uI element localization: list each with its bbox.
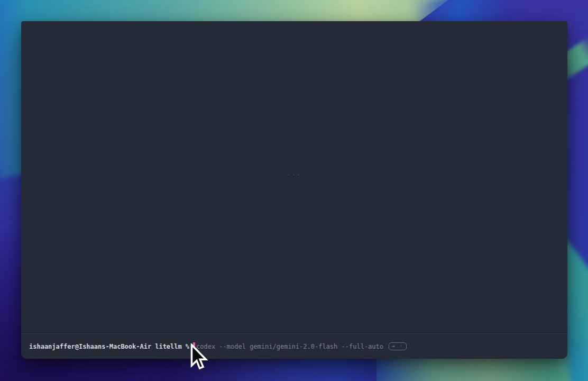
loading-dots: ··· [287, 171, 302, 178]
prompt-directory: litellm [155, 343, 182, 350]
terminal-output-area: ··· [21, 21, 567, 333]
prompt-user-host: ishaanjaffer@Ishaans-MacBook-Air [29, 343, 151, 350]
text-cursor [193, 342, 195, 350]
autosuggestion-text: codex --model gemini/gemini-2.0-flash --… [196, 343, 383, 350]
prompt-symbol: % [186, 343, 189, 350]
autosuggest-hint-badge: → · [389, 342, 407, 350]
screen: ··· ishaanjaffer@Ishaans-MacBook-Air lit… [0, 0, 588, 381]
terminal-input-bar[interactable]: ishaanjaffer@Ishaans-MacBook-Air litellm… [21, 333, 567, 359]
terminal-window[interactable]: ··· ishaanjaffer@Ishaans-MacBook-Air lit… [21, 21, 567, 359]
